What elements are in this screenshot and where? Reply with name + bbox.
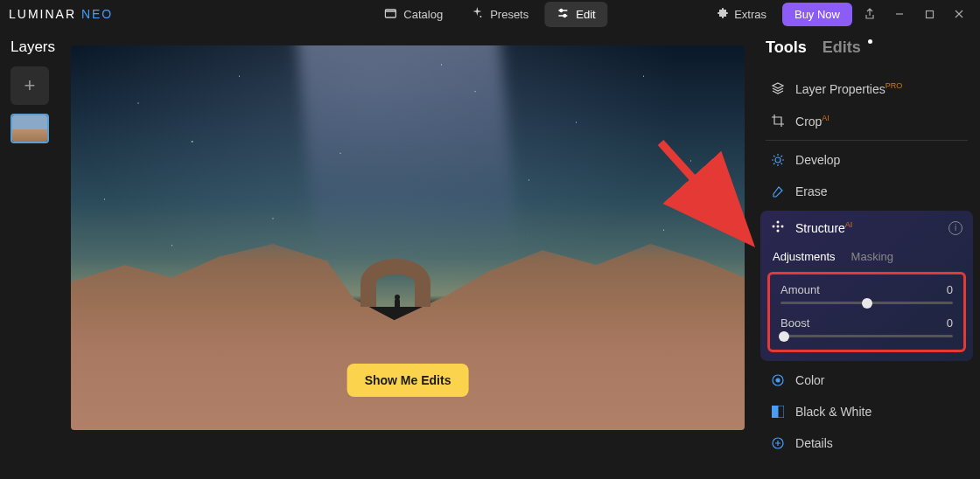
close-button[interactable]: [947, 2, 971, 26]
eraser-icon: [771, 184, 785, 198]
color-tool[interactable]: Color: [766, 364, 968, 396]
sparkle-icon: [471, 7, 483, 22]
presets-tab[interactable]: Presets: [458, 2, 541, 27]
amount-label: Amount: [780, 283, 820, 296]
add-layer-button[interactable]: +: [10, 66, 49, 105]
layers-title: Layers: [7, 38, 55, 56]
details-tool[interactable]: Details: [766, 427, 968, 459]
tools-mode-tab[interactable]: Tools: [766, 38, 807, 57]
plus-icon: +: [24, 74, 36, 97]
svg-point-3: [564, 14, 566, 17]
boost-label: Boost: [780, 316, 809, 330]
svg-point-5: [775, 157, 780, 163]
edit-tab[interactable]: Edit: [544, 2, 607, 27]
amount-value: 0: [947, 283, 953, 296]
masking-subtab[interactable]: Masking: [851, 250, 893, 263]
bw-icon: [771, 405, 785, 419]
svg-point-7: [773, 226, 775, 228]
extras-button[interactable]: Extras: [706, 2, 777, 27]
adjustments-subtab[interactable]: Adjustments: [773, 250, 836, 263]
image-canvas[interactable]: Show Me Edits: [71, 45, 745, 430]
svg-rect-13: [772, 406, 778, 418]
edits-mode-tab[interactable]: Edits: [822, 38, 861, 57]
crop-tool[interactable]: Crop AI: [766, 105, 968, 137]
svg-point-9: [777, 230, 780, 233]
puzzle-icon: [717, 7, 729, 22]
black-white-tool[interactable]: Black & White: [766, 396, 968, 427]
boost-slider-thumb[interactable]: [779, 331, 789, 342]
sliders-highlight-box: Amount0 Boost0: [767, 272, 966, 352]
svg-point-6: [777, 221, 780, 224]
sun-icon: [771, 153, 785, 167]
notification-dot: [868, 39, 872, 44]
sliders-icon: [556, 7, 569, 22]
layer-properties-tool[interactable]: Layer Properties PRO: [766, 73, 968, 105]
minimize-button[interactable]: [887, 2, 912, 26]
layer-thumbnail[interactable]: [10, 114, 49, 143]
show-me-edits-button[interactable]: Show Me Edits: [347, 364, 469, 397]
svg-point-8: [781, 226, 784, 228]
details-icon: [771, 436, 785, 450]
boost-value: 0: [947, 316, 953, 330]
svg-point-12: [776, 378, 780, 382]
svg-rect-4: [926, 10, 933, 17]
catalog-icon: [384, 7, 396, 22]
erase-tool[interactable]: Erase: [766, 176, 968, 207]
amount-slider-thumb[interactable]: [862, 298, 872, 309]
svg-point-1: [480, 16, 481, 17]
buy-now-button[interactable]: Buy Now: [782, 3, 852, 26]
catalog-tab[interactable]: Catalog: [372, 2, 455, 27]
structure-icon: [771, 219, 785, 236]
svg-point-2: [560, 9, 563, 11]
crop-icon: [771, 114, 785, 128]
share-icon[interactable]: [858, 2, 882, 26]
boost-slider[interactable]: [780, 335, 953, 337]
layers-icon: [771, 81, 785, 95]
structure-tool-panel: Structure AI i Adjustments Masking Amoun…: [760, 211, 973, 361]
svg-point-10: [777, 226, 780, 228]
svg-rect-14: [778, 406, 784, 418]
structure-tool[interactable]: Structure AI i: [760, 211, 973, 245]
amount-slider[interactable]: [780, 302, 953, 304]
app-logo: LUMINAR NEO: [9, 7, 113, 21]
maximize-button[interactable]: [917, 2, 942, 26]
color-wheel-icon: [771, 373, 785, 387]
info-icon[interactable]: i: [948, 221, 962, 235]
develop-tool[interactable]: Develop: [766, 144, 968, 176]
